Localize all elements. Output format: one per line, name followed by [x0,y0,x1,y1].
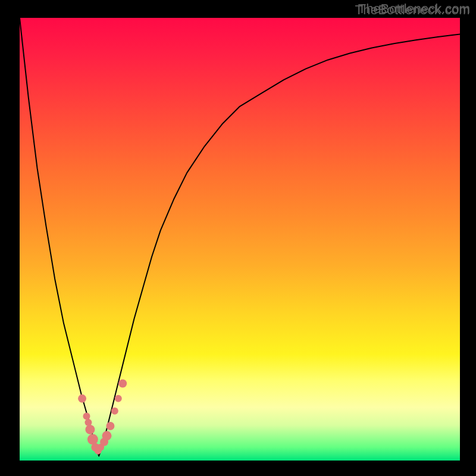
frame-border-segment [0,461,476,476]
curve-marker [111,408,118,415]
frame-border-segment [0,0,20,476]
frame-border-segment [460,0,476,476]
curve-marker [87,434,98,444]
curve-marker [106,422,114,430]
curve-marker [102,431,112,440]
curve-marker [85,425,95,434]
watermark-text: TheBottleneck.com [355,2,470,18]
bottleneck-curve [20,18,460,456]
chart-frame: TheBottleneck.com TheBottleneck.com [0,0,476,476]
curve-marker [83,413,90,420]
curve-marker [78,394,86,403]
curve-marker [118,380,127,388]
curve-layer: TheBottleneck.com [0,0,476,476]
curve-marker [115,395,122,402]
